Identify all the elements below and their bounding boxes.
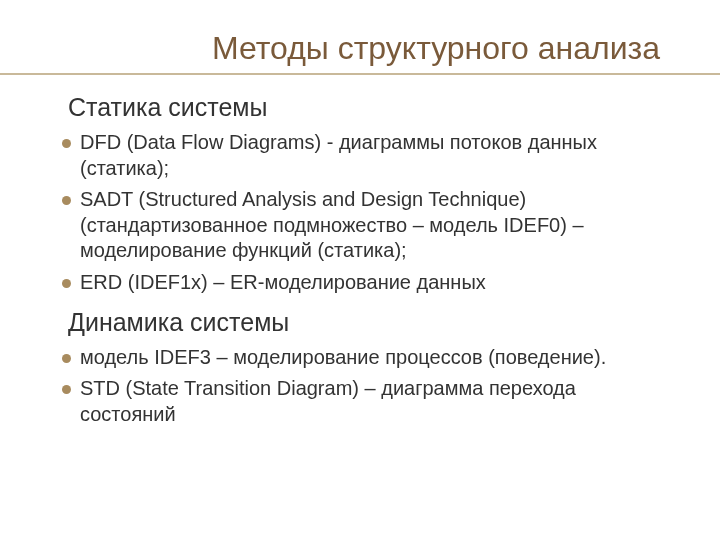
bullet-list-statics: DFD (Data Flow Diagrams) - диаграммы пот… [50,130,670,296]
slide-title: Методы структурного анализа [50,30,670,67]
list-item: DFD (Data Flow Diagrams) - диаграммы пот… [50,130,670,181]
section-heading-dynamics: Динамика системы [68,308,670,337]
bullet-list-dynamics: модель IDEF3 – моделирование процессов (… [50,345,670,428]
list-item: STD (State Transition Diagram) – диаграм… [50,376,670,427]
section-heading-statics: Статика системы [68,93,670,122]
list-item: модель IDEF3 – моделирование процессов (… [50,345,670,371]
title-underline [0,73,720,75]
slide: Методы структурного анализа Статика сист… [0,0,720,463]
list-item: ERD (IDEF1x) – ER-моделирование данных [50,270,670,296]
list-item: SADT (Structured Analysis and Design Tec… [50,187,670,264]
